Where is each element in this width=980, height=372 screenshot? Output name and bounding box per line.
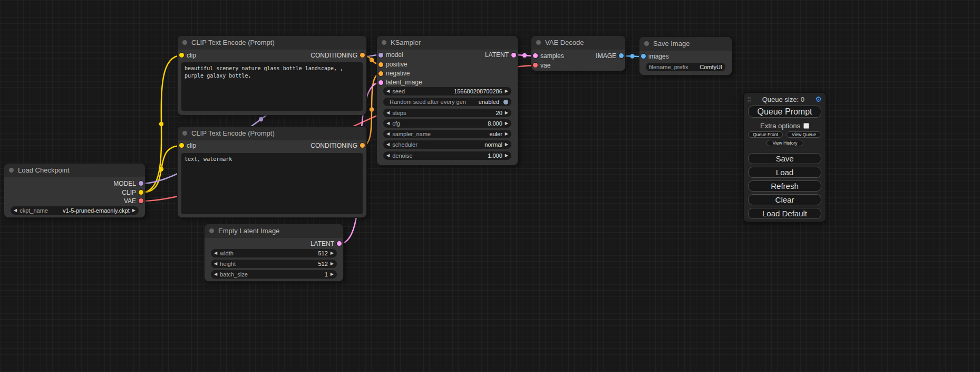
- port-vae-output[interactable]: [139, 198, 143, 203]
- node-empty-latent-image[interactable]: Empty Latent Image LATENT ◀ width 512 ▶ …: [205, 224, 343, 281]
- clear-button[interactable]: Clear: [748, 194, 821, 205]
- drag-handle-icon[interactable]: ⣿: [747, 95, 751, 103]
- widget-denoise[interactable]: ◀ denoise 1.000 ▶: [383, 151, 511, 160]
- node-title-bar[interactable]: Save Image: [639, 37, 732, 51]
- increment-arrow-icon[interactable]: ▶: [505, 87, 508, 96]
- refresh-button[interactable]: Refresh: [748, 180, 821, 192]
- widget-cfg[interactable]: ◀ cfg 8.000 ▶: [383, 119, 511, 128]
- prompt-textarea[interactable]: beautiful scenery nature glass bottle la…: [181, 62, 363, 111]
- port-latent-output[interactable]: [511, 53, 516, 58]
- increment-arrow-icon[interactable]: ▶: [331, 270, 334, 279]
- widget-batch-size[interactable]: ◀ batch_size 1 ▶: [211, 270, 337, 279]
- decrement-arrow-icon[interactable]: ◀: [386, 87, 390, 96]
- node-save-image[interactable]: Save Image images filename_prefix ComfyU…: [639, 37, 732, 75]
- widget-seed[interactable]: ◀ seed 156680208700286 ▶: [383, 87, 511, 96]
- port-images-input[interactable]: [641, 54, 646, 59]
- port-latent-image-input[interactable]: [379, 80, 383, 85]
- node-title-bar[interactable]: Empty Latent Image: [205, 224, 343, 238]
- widget-sampler-name[interactable]: ◀ sampler_name euler ▶: [383, 130, 511, 138]
- decrement-arrow-icon[interactable]: ◀: [386, 109, 390, 117]
- port-clip-input[interactable]: [179, 143, 184, 148]
- decrement-arrow-icon[interactable]: ◀: [386, 151, 390, 160]
- node-clip-text-encode-negative[interactable]: CLIP Text Encode (Prompt) clip CONDITION…: [178, 127, 366, 217]
- collapse-dot-icon[interactable]: [209, 228, 214, 233]
- link-midpoint-dot: [630, 54, 634, 58]
- input-label-samples: samples: [540, 52, 564, 60]
- port-clip-input[interactable]: [179, 53, 184, 58]
- input-label-positive: positive: [386, 61, 407, 68]
- increment-arrow-icon[interactable]: ▶: [505, 109, 508, 117]
- decrement-arrow-icon[interactable]: ◀: [386, 130, 390, 138]
- link-midpoint-dot: [159, 167, 163, 171]
- decrement-arrow-icon[interactable]: ◀: [386, 119, 390, 128]
- port-negative-input[interactable]: [379, 71, 383, 76]
- decrement-arrow-icon[interactable]: ◀: [214, 270, 217, 279]
- toggle-dot-icon[interactable]: [503, 100, 508, 104]
- widget-label: scheduler: [392, 141, 418, 148]
- save-button[interactable]: Save: [748, 153, 821, 164]
- decrement-arrow-icon[interactable]: ◀: [14, 206, 17, 215]
- node-ksampler[interactable]: KSampler model positive negative latent_…: [377, 36, 518, 165]
- queue-front-button[interactable]: Queue Front: [748, 131, 783, 138]
- widget-ckpt-name[interactable]: ◀ ckpt_name v1-5-pruned-emaonly.ckpt ▶: [11, 206, 139, 215]
- node-vae-decode[interactable]: VAE Decode samples vae IMAGE: [531, 36, 625, 71]
- output-label-clip: CLIP: [122, 189, 136, 196]
- widget-filename-prefix[interactable]: filename_prefix ComfyUI: [646, 63, 725, 71]
- output-label-model: MODEL: [113, 180, 136, 187]
- port-samples-input[interactable]: [533, 53, 538, 58]
- increment-arrow-icon[interactable]: ▶: [331, 249, 334, 257]
- port-model-input[interactable]: [379, 53, 383, 58]
- node-title-bar[interactable]: Load Checkpoint: [4, 164, 145, 177]
- node-load-checkpoint[interactable]: Load Checkpoint MODEL CLIP VAE ◀ ckpt_na…: [4, 164, 145, 217]
- queue-prompt-button[interactable]: Queue Prompt: [748, 106, 821, 118]
- increment-arrow-icon[interactable]: ▶: [505, 151, 508, 160]
- decrement-arrow-icon[interactable]: ◀: [386, 140, 390, 149]
- node-title: KSampler: [391, 39, 421, 46]
- extra-options-checkbox[interactable]: [803, 123, 809, 129]
- prompt-textarea[interactable]: text, watermark: [181, 153, 363, 214]
- widget-random-seed-toggle[interactable]: Random seed after every gen enabled: [383, 98, 511, 106]
- port-conditioning-output[interactable]: [360, 53, 365, 58]
- port-model-output[interactable]: [139, 181, 143, 186]
- widget-value: 156680208700286: [454, 88, 502, 94]
- load-default-button[interactable]: Load Default: [748, 208, 821, 219]
- decrement-arrow-icon[interactable]: ◀: [214, 249, 217, 257]
- increment-arrow-icon[interactable]: ▶: [331, 260, 334, 268]
- view-history-button[interactable]: View History: [766, 140, 803, 146]
- node-title-bar[interactable]: CLIP Text Encode (Prompt): [178, 127, 366, 140]
- collapse-dot-icon[interactable]: [9, 168, 14, 173]
- port-image-output[interactable]: [619, 53, 624, 58]
- node-title-bar[interactable]: KSampler: [377, 36, 518, 50]
- node-title-bar[interactable]: VAE Decode: [531, 36, 625, 50]
- extra-options-label: Extra options: [760, 122, 800, 130]
- widget-steps[interactable]: ◀ steps 20 ▶: [383, 109, 511, 117]
- output-label-latent: LATENT: [485, 51, 509, 59]
- port-positive-input[interactable]: [379, 62, 383, 67]
- queue-size-label: Queue size: 0: [751, 96, 815, 103]
- increment-arrow-icon[interactable]: ▶: [505, 130, 508, 138]
- collapse-dot-icon[interactable]: [182, 131, 187, 136]
- increment-arrow-icon[interactable]: ▶: [132, 206, 135, 215]
- increment-arrow-icon[interactable]: ▶: [505, 140, 508, 149]
- collapse-dot-icon[interactable]: [644, 41, 649, 46]
- node-title-bar[interactable]: CLIP Text Encode (Prompt): [178, 36, 366, 50]
- collapse-dot-icon[interactable]: [536, 40, 541, 45]
- collapse-dot-icon[interactable]: [182, 40, 187, 45]
- widget-height[interactable]: ◀ height 512 ▶: [211, 260, 337, 268]
- port-clip-output[interactable]: [139, 190, 143, 195]
- port-conditioning-output[interactable]: [360, 143, 365, 148]
- node-clip-text-encode-positive[interactable]: CLIP Text Encode (Prompt) clip CONDITION…: [178, 36, 366, 115]
- port-latent-output[interactable]: [337, 241, 342, 246]
- widget-value: 512: [318, 261, 327, 267]
- decrement-arrow-icon[interactable]: ◀: [214, 260, 217, 268]
- view-queue-button[interactable]: View Queue: [787, 131, 821, 138]
- node-title: Load Checkpoint: [18, 166, 70, 174]
- increment-arrow-icon[interactable]: ▶: [505, 119, 508, 128]
- widget-width[interactable]: ◀ width 512 ▶: [211, 249, 337, 257]
- port-vae-input[interactable]: [533, 63, 538, 68]
- settings-gear-icon[interactable]: ⚙: [815, 95, 822, 103]
- widget-scheduler[interactable]: ◀ scheduler normal ▶: [383, 140, 511, 149]
- collapse-dot-icon[interactable]: [382, 40, 386, 45]
- widget-label: ckpt_name: [20, 207, 48, 214]
- load-button[interactable]: Load: [748, 167, 821, 178]
